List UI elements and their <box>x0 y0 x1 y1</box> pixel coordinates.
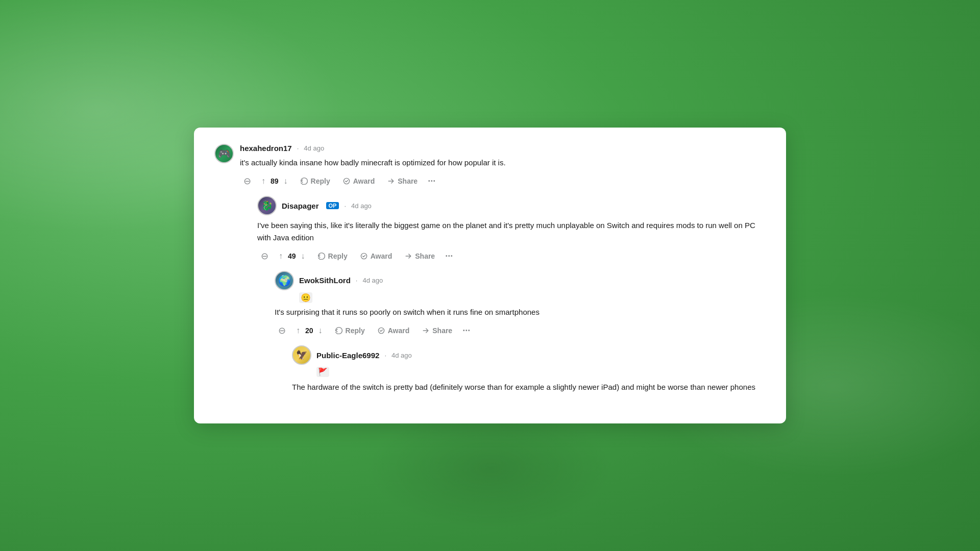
share-icon-3 <box>422 327 430 335</box>
reply-content-3: EwokSithLord · 4d ago 😐 It's surprising … <box>275 271 766 398</box>
vote-section-3: ↑ 20 ↓ <box>291 323 328 338</box>
share-button-1[interactable]: Share <box>382 174 423 188</box>
more-button-2[interactable]: ··· <box>442 249 456 263</box>
avatar-4 <box>292 345 311 365</box>
award-button-1[interactable]: Award <box>337 174 380 188</box>
username-1: hexahedron17 <box>240 144 292 153</box>
action-bar-2: ⊖ ↑ 49 ↓ Reply <box>257 248 766 264</box>
share-icon-2 <box>404 252 412 260</box>
more-button-1[interactable]: ··· <box>425 174 438 188</box>
username-3: EwokSithLord <box>299 276 351 285</box>
award-button-3[interactable]: Award <box>372 324 415 337</box>
timestamp-separator-3: · <box>356 277 358 284</box>
avatar-3 <box>275 271 294 290</box>
award-icon-2 <box>360 252 368 260</box>
award-icon-3 <box>377 327 385 335</box>
upvote-button-2[interactable]: ↑ <box>277 251 285 262</box>
username-2: Disapager <box>282 202 319 210</box>
comment-row-1: hexahedron17 · 4d ago it's actually kind… <box>214 144 766 398</box>
comment-card: hexahedron17 · 4d ago it's actually kind… <box>194 128 786 423</box>
reply-button-2[interactable]: Reply <box>312 249 353 263</box>
collapse-button-1[interactable]: ⊖ <box>240 174 254 188</box>
upvote-button-1[interactable]: ↑ <box>259 176 267 187</box>
share-button-3[interactable]: Share <box>416 324 457 337</box>
comment-body-4: The hardware of the switch is pretty bad… <box>292 381 766 393</box>
vote-section-2: ↑ 49 ↓ <box>274 248 310 264</box>
reply-row-3: EwokSithLord · 4d ago 😐 It's surprising … <box>257 271 766 398</box>
reply-button-1[interactable]: Reply <box>295 174 335 188</box>
reply-button-3[interactable]: Reply <box>330 324 370 337</box>
reply-content-2: Disapager OP · 4d ago I've been saying t… <box>257 196 766 398</box>
award-icon-1 <box>342 177 351 185</box>
avatar-2 <box>257 196 277 215</box>
downvote-button-1[interactable]: ↓ <box>282 176 290 187</box>
more-button-3[interactable]: ··· <box>459 324 473 337</box>
username-4: Public-Eagle6992 <box>316 351 379 360</box>
reply-row-4: Public-Eagle6992 · 4d ago 🚩 <box>275 345 766 398</box>
downvote-button-3[interactable]: ↓ <box>316 325 325 336</box>
vote-count-3: 20 <box>303 327 315 335</box>
collapse-button-3[interactable]: ⊖ <box>275 323 289 338</box>
reply-row-2: Disapager OP · 4d ago I've been saying t… <box>240 196 766 398</box>
timestamp-4: 4d ago <box>391 352 412 359</box>
reply-content-4: Public-Eagle6992 · 4d ago 🚩 <box>292 345 766 398</box>
timestamp-separator-2: · <box>344 202 346 210</box>
comment-content-1: hexahedron17 · 4d ago it's actually kind… <box>240 144 766 398</box>
op-badge-2: OP <box>326 202 339 209</box>
reply-icon-2 <box>317 252 326 260</box>
timestamp-separator-1: · <box>297 144 299 152</box>
reply-icon-1 <box>300 177 308 185</box>
timestamp-separator-4: · <box>384 352 386 359</box>
replies-container-1: Disapager OP · 4d ago I've been saying t… <box>240 196 766 398</box>
avatar <box>214 144 234 163</box>
share-button-2[interactable]: Share <box>399 249 440 263</box>
share-icon-1 <box>387 177 395 185</box>
vote-count-1: 89 <box>268 177 281 185</box>
eagle-emoji-badge: 🚩 <box>316 367 766 377</box>
comment-body-2: I've been saying this, like it's literal… <box>257 219 766 243</box>
comment-left-1 <box>214 144 234 163</box>
comment-body-1: it's actually kinda insane how badly min… <box>240 157 766 168</box>
comment-header-4: Public-Eagle6992 · 4d ago <box>292 345 766 365</box>
ewok-emoji-badge: 😐 <box>299 292 766 303</box>
comment-body-3: It's surprising that it runs so poorly o… <box>275 306 766 318</box>
replies-container-2: EwokSithLord · 4d ago 😐 It's surprising … <box>257 271 766 398</box>
comment-header-1: hexahedron17 · 4d ago <box>240 144 766 153</box>
vote-section-1: ↑ 89 ↓ <box>256 173 293 189</box>
reply-icon-3 <box>335 327 343 335</box>
action-bar-3: ⊖ ↑ 20 ↓ Reply <box>275 323 766 338</box>
upvote-button-3[interactable]: ↑ <box>294 325 302 336</box>
action-bar-1: ⊖ ↑ 89 ↓ Reply Award Share <box>240 173 766 189</box>
replies-container-3: Public-Eagle6992 · 4d ago 🚩 <box>275 345 766 398</box>
timestamp-2: 4d ago <box>351 202 372 210</box>
collapse-button-2[interactable]: ⊖ <box>257 249 272 263</box>
comment-header-2: Disapager OP · 4d ago <box>257 196 766 215</box>
comment-header-3: EwokSithLord · 4d ago <box>275 271 766 290</box>
award-button-2[interactable]: Award <box>355 249 398 263</box>
timestamp-3: 4d ago <box>362 277 383 284</box>
timestamp-1: 4d ago <box>304 144 324 152</box>
downvote-button-2[interactable]: ↓ <box>299 251 307 262</box>
vote-count-2: 49 <box>286 252 298 260</box>
